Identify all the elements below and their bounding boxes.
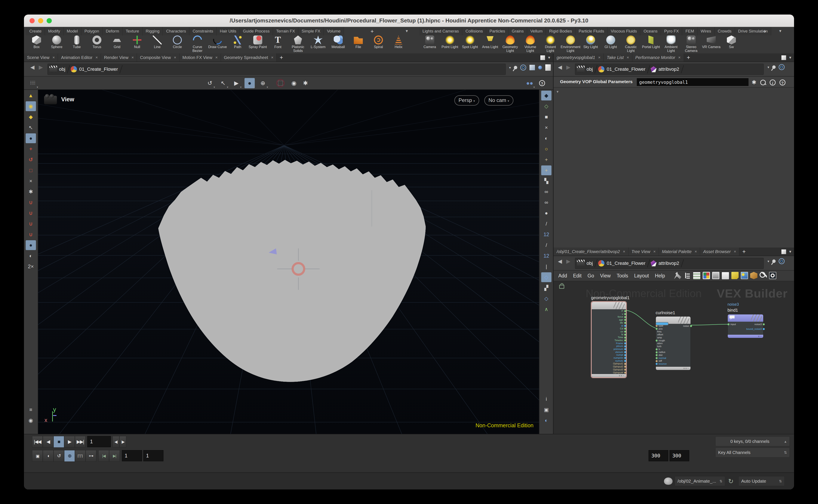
display-option-icon[interactable]: + bbox=[541, 155, 551, 165]
viewport-tool-icon[interactable]: ↺ bbox=[26, 155, 36, 165]
pane-tab[interactable]: Asset Browser × bbox=[700, 248, 739, 256]
shelf-tab[interactable]: Rigid Bodies bbox=[546, 27, 575, 35]
menu-item[interactable]: Add bbox=[558, 273, 567, 279]
shelf-tab[interactable]: Wires bbox=[698, 27, 715, 35]
viewport-tool-icon[interactable]: ∪ bbox=[26, 208, 36, 218]
node-input-port[interactable]: bounce bbox=[657, 363, 691, 365]
shelf-tool[interactable]: Distant Light bbox=[541, 35, 560, 53]
shelf-tab[interactable]: Vellum bbox=[527, 27, 546, 35]
port-dot[interactable] bbox=[624, 357, 626, 359]
pane-tab[interactable]: Geometry Spreadsheet × bbox=[221, 53, 277, 62]
node-output-port[interactable]: OpInput1 bbox=[592, 362, 625, 365]
prev-key-icon[interactable]: |◀ bbox=[98, 450, 109, 462]
param-node-name-field[interactable]: geometryvopglobal1 bbox=[637, 78, 749, 86]
port-dot[interactable] bbox=[656, 348, 658, 350]
port-dot[interactable] bbox=[656, 357, 658, 359]
shelf-tab[interactable]: Viscous Fluids bbox=[607, 27, 640, 35]
node-header[interactable] bbox=[592, 302, 626, 309]
layout-grid-icon[interactable]: ∷∷∷∷ ▾ bbox=[28, 78, 38, 88]
node-geometryvopglobal1[interactable]: P v force age bbox=[591, 301, 627, 378]
node-output-port[interactable]: noise bbox=[683, 325, 691, 328]
breadcrumb-node[interactable]: 01_Create_Flower bbox=[596, 258, 649, 269]
path-dropdown[interactable]: ▾ bbox=[768, 259, 769, 263]
display-option-icon[interactable]: ▞ bbox=[541, 283, 551, 293]
port-dot[interactable] bbox=[624, 322, 626, 324]
display-option-icon[interactable]: ∧ bbox=[541, 304, 551, 314]
viewport-tool-icon[interactable]: ↖ bbox=[26, 123, 36, 133]
node-output-port[interactable]: Cd bbox=[592, 327, 625, 330]
prev-frame-button[interactable]: ◀ bbox=[43, 436, 53, 448]
close-icon[interactable]: × bbox=[623, 248, 625, 256]
shelf-tool[interactable]: Portal Light bbox=[641, 35, 661, 53]
close-icon[interactable]: × bbox=[627, 53, 629, 62]
node-output-port[interactable]: numpt bbox=[592, 354, 625, 357]
stow-cube-icon[interactable] bbox=[529, 65, 535, 71]
breadcrumb-subnode[interactable]: attribvop2 bbox=[649, 64, 683, 75]
audio-icon[interactable]: ◖ bbox=[43, 450, 53, 462]
maximize-pane-icon[interactable] bbox=[540, 55, 545, 60]
tick-display-icon[interactable]: |'|'| bbox=[75, 450, 85, 462]
display-option-icon[interactable]: ▣ bbox=[541, 405, 551, 415]
network-toolbar-icon[interactable] bbox=[684, 272, 691, 279]
collapse-arrow-icon[interactable]: ▾ bbox=[556, 89, 558, 94]
port-dot[interactable] bbox=[624, 313, 626, 315]
node-output-port[interactable]: numvtx bbox=[592, 360, 625, 363]
port-dot[interactable] bbox=[624, 360, 626, 362]
viewport-canvas[interactable]: View Persp ▾ No cam ▾ Non-Commercial Edi… bbox=[38, 90, 539, 434]
shelf-tab[interactable]: Grains bbox=[508, 27, 527, 35]
shelf-tool[interactable]: Point Light bbox=[440, 35, 459, 53]
node-output-port[interactable]: force bbox=[592, 315, 625, 318]
display-option-icon[interactable]: ■ bbox=[541, 112, 551, 122]
network-editor[interactable]: Non-Commercial Edition VEX Builder geome… bbox=[553, 281, 794, 434]
pane-tab[interactable]: Take List × bbox=[604, 53, 632, 62]
scene-path-field[interactable]: obj 01_Create_Flower bbox=[47, 64, 506, 75]
node-input-port[interactable]: pos bbox=[657, 327, 691, 330]
port-dot[interactable] bbox=[656, 340, 658, 342]
node-output-port[interactable]: age bbox=[592, 318, 625, 321]
shelf-tool[interactable]: VR Camera bbox=[702, 35, 721, 53]
breadcrumb-obj[interactable]: obj bbox=[48, 64, 69, 75]
pane-tab[interactable]: Material Palette × bbox=[659, 248, 700, 256]
shelf-tool[interactable]: Spiral bbox=[369, 35, 388, 53]
link-radar-icon[interactable] bbox=[779, 258, 785, 264]
loop-icon[interactable]: ↺ bbox=[53, 450, 64, 462]
viewport-tool-icon[interactable]: ◉ bbox=[26, 416, 36, 425]
shelf-overflow-dropdown[interactable]: ▼ bbox=[405, 27, 409, 35]
shelf-tool[interactable]: Volume Light bbox=[521, 35, 540, 53]
menu-item[interactable]: Go bbox=[587, 273, 594, 279]
keys-info-box[interactable]: 0 keys, 0/0 channels ▲ bbox=[715, 436, 790, 446]
port-dot[interactable] bbox=[728, 323, 730, 325]
pane-tab[interactable]: Motion FX View × bbox=[179, 53, 221, 62]
node-output-port[interactable]: Time bbox=[592, 336, 625, 339]
pane-tab[interactable]: Scene View × bbox=[24, 53, 58, 62]
toolbar-icon[interactable]: ⊕▾ bbox=[258, 78, 268, 88]
shelf-tool[interactable]: Metaball bbox=[329, 35, 348, 53]
shelf-tool[interactable]: Stereo Camera bbox=[682, 35, 701, 53]
add-pane-tab-button[interactable]: + bbox=[739, 248, 749, 256]
port-dot[interactable] bbox=[656, 354, 658, 356]
network-toolbar-icon[interactable] bbox=[741, 272, 748, 279]
port-dot[interactable] bbox=[624, 345, 626, 347]
port-dot[interactable] bbox=[624, 325, 626, 327]
close-icon[interactable]: × bbox=[131, 53, 134, 62]
shelf-tab[interactable]: Deform bbox=[102, 27, 122, 35]
port-dot[interactable] bbox=[624, 337, 626, 339]
port-dot[interactable] bbox=[624, 369, 626, 371]
port-dot[interactable] bbox=[624, 363, 626, 365]
back-icon[interactable]: ◀ bbox=[556, 64, 563, 70]
network-toolbar-icon[interactable] bbox=[731, 272, 739, 279]
network-toolbar-icon[interactable] bbox=[712, 272, 719, 279]
breadcrumb-node[interactable]: 01_Create_Flower bbox=[69, 64, 121, 75]
shelf-tab[interactable]: Model bbox=[63, 27, 81, 35]
play-button[interactable]: ▶ bbox=[64, 436, 75, 448]
step-back-button[interactable]: ◀| bbox=[112, 436, 119, 448]
display-option-icon[interactable]: 12 bbox=[541, 251, 551, 261]
port-dot[interactable] bbox=[624, 372, 626, 374]
shelf-tool[interactable]: Line bbox=[147, 35, 167, 53]
add-shelf-tab-button[interactable]: + bbox=[760, 27, 770, 35]
node-output-port[interactable]: life bbox=[592, 321, 625, 324]
display-option-icon[interactable]: ▚ bbox=[541, 176, 551, 186]
breadcrumb-subnode[interactable]: attribvop2 bbox=[649, 258, 683, 269]
maximize-pane-icon[interactable] bbox=[781, 55, 786, 60]
viewport-tool-icon[interactable]: ◉ bbox=[26, 101, 36, 111]
